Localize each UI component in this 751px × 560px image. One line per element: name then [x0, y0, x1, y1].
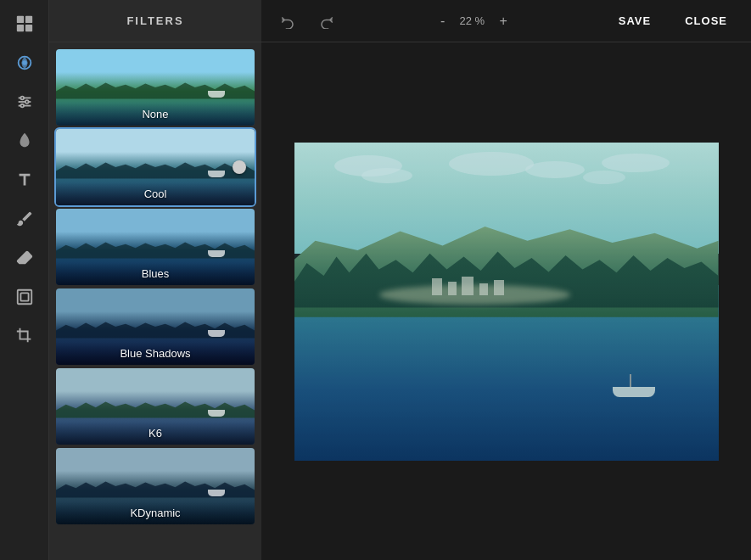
- eraser-tool[interactable]: [9, 243, 40, 273]
- main-image: [294, 143, 719, 461]
- filters-title: FILTERS: [126, 14, 183, 27]
- filter-blues[interactable]: Blues: [56, 209, 255, 285]
- svg-point-5: [22, 60, 27, 65]
- svg-point-9: [25, 100, 28, 104]
- zoom-control: - 22 % +: [437, 14, 511, 29]
- filters-panel: FILTERS None Cool: [49, 0, 261, 560]
- filter-none-label: None: [56, 103, 255, 126]
- svg-point-12: [20, 104, 24, 108]
- liquify-tool[interactable]: [9, 126, 40, 156]
- filter-cool-label: Cool: [56, 182, 255, 205]
- filters-tool[interactable]: [9, 48, 40, 78]
- text-tool[interactable]: [9, 165, 40, 195]
- canvas-area: [261, 42, 751, 560]
- svg-rect-16: [20, 293, 28, 300]
- filter-blue-shadows[interactable]: Blue Shadows: [56, 288, 255, 365]
- svg-rect-0: [16, 16, 23, 23]
- filter-kdynamic[interactable]: KDynamic: [56, 448, 255, 524]
- filter-k6[interactable]: K6: [56, 368, 255, 445]
- zoom-out-button[interactable]: -: [437, 14, 448, 29]
- grid-tool[interactable]: [9, 8, 40, 39]
- image-filter-overlay: [294, 143, 719, 461]
- image-preview: [294, 143, 719, 461]
- zoom-in-button[interactable]: +: [496, 14, 510, 29]
- svg-rect-1: [25, 16, 31, 23]
- top-toolbar: - 22 % + SAVE CLOSE: [261, 0, 751, 42]
- redo-button[interactable]: [314, 10, 339, 32]
- filter-none[interactable]: None: [56, 49, 255, 126]
- svg-rect-15: [17, 290, 31, 305]
- filters-list: None Cool Blues: [49, 42, 261, 560]
- filters-header: FILTERS: [49, 0, 261, 42]
- brush-tool[interactable]: [9, 204, 40, 234]
- adjustments-tool[interactable]: [9, 87, 40, 117]
- filter-kdynamic-label: KDynamic: [56, 501, 255, 524]
- svg-point-6: [20, 97, 24, 100]
- save-button[interactable]: SAVE: [608, 11, 661, 31]
- filter-cool[interactable]: Cool: [56, 129, 255, 205]
- left-toolbar: [0, 0, 49, 560]
- close-button[interactable]: CLOSE: [675, 11, 737, 31]
- svg-rect-2: [16, 25, 23, 31]
- filter-cool-slider[interactable]: [233, 160, 246, 174]
- filter-blues-label: Blues: [56, 262, 255, 285]
- zoom-value: 22 %: [455, 14, 489, 27]
- main-area: - 22 % + SAVE CLOSE: [261, 0, 751, 560]
- filter-k6-label: K6: [56, 422, 255, 445]
- crop-tool[interactable]: [9, 321, 40, 351]
- svg-rect-3: [25, 25, 31, 31]
- frame-tool[interactable]: [9, 282, 40, 312]
- filter-blue-shadows-label: Blue Shadows: [56, 342, 255, 365]
- undo-button[interactable]: [275, 10, 300, 32]
